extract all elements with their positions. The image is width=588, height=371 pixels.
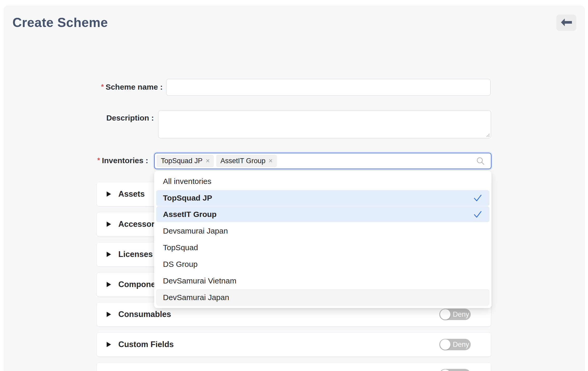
caret-right-icon[interactable] (107, 222, 111, 227)
selected-tag: AssetIT Group × (216, 155, 277, 167)
tag-label: TopSquad JP (161, 157, 203, 165)
required-asterisk: * (97, 156, 100, 164)
inventories-multiselect[interactable]: TopSquad JP × AssetIT Group × (154, 153, 491, 169)
toggle-label: Deny (453, 309, 469, 320)
remove-tag-icon[interactable]: × (206, 157, 210, 164)
selected-tag: TopSquad JP × (157, 155, 214, 167)
caret-right-icon[interactable] (107, 342, 111, 347)
toggle-label: Deny (453, 339, 469, 350)
toggle-knob (440, 309, 450, 320)
dropdown-option[interactable]: DevSamurai Vietnam (156, 273, 489, 289)
search-icon (476, 156, 485, 166)
toggle-label: Deny (453, 369, 469, 371)
dropdown-option[interactable]: DS Group (156, 256, 489, 273)
caret-right-icon[interactable] (107, 282, 111, 287)
create-scheme-screen: Create Scheme *Scheme name : Description… (0, 0, 588, 371)
back-button[interactable] (556, 15, 576, 31)
panel-label: Custom Fields (118, 340, 174, 349)
description-label: Description : (65, 114, 154, 122)
scheme-name-input[interactable] (166, 79, 491, 96)
description-label-text: Description : (106, 114, 154, 122)
required-asterisk: * (101, 83, 104, 91)
panel-partial[interactable]: Deny (97, 362, 491, 371)
description-textarea[interactable] (158, 110, 491, 138)
panel-label: Consumables (118, 310, 171, 319)
scheme-name-label-text: Scheme name : (106, 83, 163, 91)
dropdown-option[interactable]: All inventories (156, 173, 489, 190)
panel-label: Assets (118, 189, 145, 199)
remove-tag-icon[interactable]: × (269, 157, 273, 164)
description-field-wrap (158, 110, 491, 138)
inventories-label-text: Inventories : (102, 156, 148, 165)
dropdown-option[interactable]: Devsamurai Japan (156, 223, 489, 239)
inventories-label: *Inventories : (65, 156, 148, 165)
inventories-dropdown: All inventories TopSquad JP AssetIT Grou… (154, 171, 491, 308)
caret-right-icon[interactable] (107, 191, 111, 197)
panel-custom-fields[interactable]: Custom Fields Deny (97, 332, 491, 357)
option-label: AssetIT Group (163, 210, 217, 219)
deny-toggle[interactable]: Deny (439, 369, 471, 371)
panel-label: Licenses (118, 250, 153, 259)
toggle-knob (440, 339, 450, 350)
deny-toggle[interactable]: Deny (439, 339, 471, 350)
arrow-left-icon (561, 18, 572, 27)
dropdown-option[interactable]: AssetIT Group (156, 206, 489, 222)
page-title: Create Scheme (12, 15, 108, 30)
tag-label: AssetIT Group (220, 157, 265, 165)
deny-toggle[interactable]: Deny (439, 309, 471, 320)
dropdown-option[interactable]: TopSquad JP (156, 190, 489, 206)
option-label: TopSquad JP (163, 194, 212, 202)
toggle-knob (440, 369, 450, 371)
dropdown-option[interactable]: TopSquad (156, 239, 489, 256)
check-icon (473, 194, 482, 202)
check-icon (473, 210, 482, 219)
caret-right-icon[interactable] (107, 252, 111, 257)
caret-right-icon[interactable] (107, 312, 111, 317)
dropdown-option[interactable]: DevSamurai Japan (156, 289, 489, 306)
scheme-name-label: *Scheme name : (65, 83, 163, 91)
